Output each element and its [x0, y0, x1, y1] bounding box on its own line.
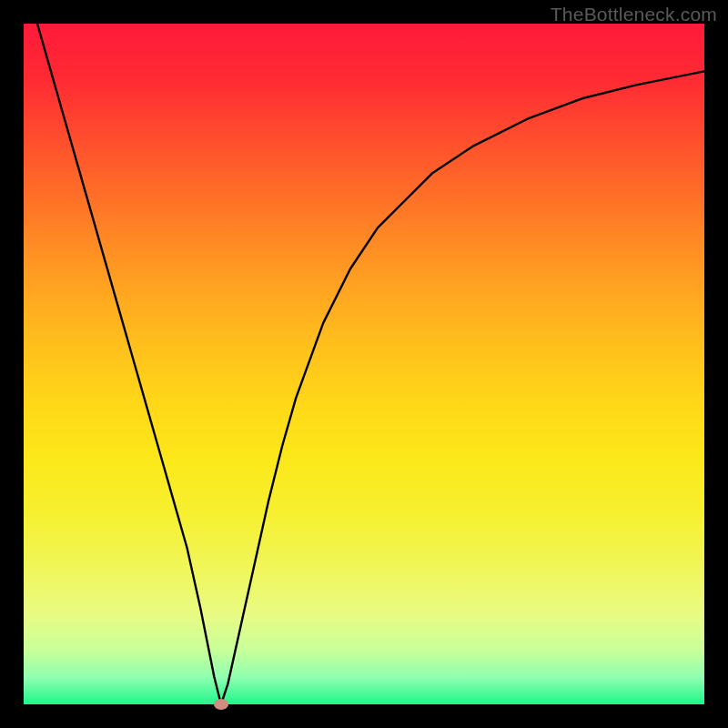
optimum-marker: [214, 699, 228, 710]
bottleneck-curve: [24, 24, 704, 704]
watermark-text: TheBottleneck.com: [551, 4, 717, 25]
chart-frame: TheBottleneck.com: [0, 0, 728, 728]
chart-plot-area: [24, 24, 704, 704]
curve-path: [37, 24, 704, 704]
